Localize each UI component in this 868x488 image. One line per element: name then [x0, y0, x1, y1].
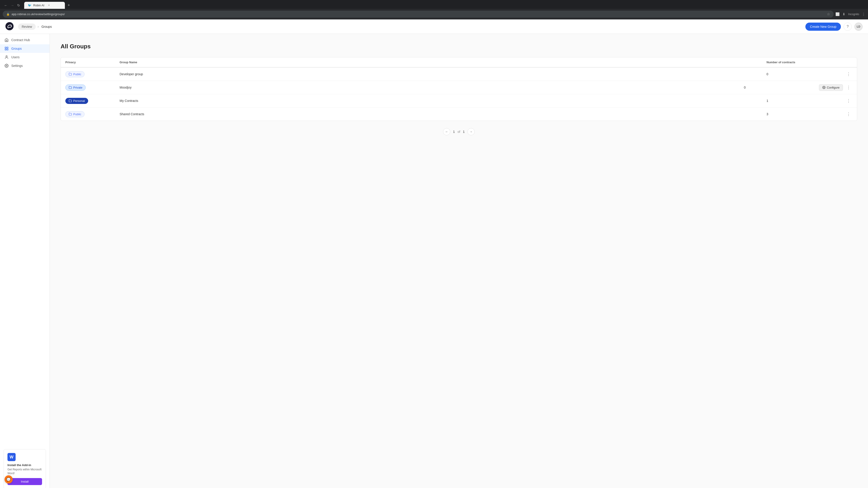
nav-controls: ← → ↻ — [3, 2, 22, 8]
sidebar-item-settings-label: Settings — [11, 64, 23, 68]
sidebar-item-contract-hub[interactable]: Contract Hub — [0, 36, 50, 44]
contract-count-1: 0 — [767, 72, 825, 76]
logo — [5, 22, 13, 31]
col-actions — [825, 61, 852, 64]
main-content: All Groups Privacy Group Name Number of … — [50, 34, 868, 488]
group-name-4: Shared Contracts — [120, 112, 767, 116]
privacy-badge-public-1: Public — [65, 71, 85, 77]
sidebar-item-groups-label: Groups — [11, 47, 22, 51]
back-button[interactable]: ← — [3, 2, 9, 8]
active-tab[interactable]: 🐦 Robin AI ✕ — [24, 2, 65, 9]
badge-label-4: Public — [73, 112, 81, 116]
table-header: Privacy Group Name Number of contracts — [61, 57, 857, 68]
total-pages: 1 — [463, 130, 465, 133]
sidebar-item-contract-hub-label: Contract Hub — [11, 38, 30, 42]
folder-icon-shared — [69, 112, 72, 116]
group-name-3: My Contracts — [120, 99, 767, 103]
addon-word-icon: W — [7, 453, 16, 461]
badge-label-3: Personal — [73, 99, 85, 103]
app-header: Review › Groups Create New Group ? LD — [0, 20, 868, 34]
notification-icon: 💬 — [6, 477, 11, 482]
page-title: All Groups — [61, 43, 857, 50]
page-separator: of — [458, 130, 460, 133]
col-group-name: Group Name — [120, 61, 767, 64]
current-page: 1 — [453, 130, 455, 133]
download-icon[interactable]: ⬇ — [842, 12, 845, 16]
tab-close-icon[interactable]: ✕ — [48, 4, 50, 7]
svg-point-7 — [6, 65, 7, 66]
sidebar-item-groups[interactable]: Groups — [0, 44, 50, 53]
sidebar-item-users-label: Users — [11, 55, 20, 59]
forward-button[interactable]: → — [9, 2, 16, 8]
table-row-personal: Personal My Contracts 1 ⋮ — [61, 94, 857, 107]
svg-rect-3 — [7, 47, 8, 48]
row-actions-4: ⋮ — [825, 111, 852, 118]
sidebar: Contract Hub Groups Users — [0, 34, 50, 488]
nav-review-btn[interactable]: Review — [18, 24, 36, 30]
reload-button[interactable]: ↻ — [16, 2, 22, 8]
tab-title: Robin AI — [33, 4, 44, 7]
more-options-btn-4[interactable]: ⋮ — [845, 111, 852, 118]
more-options-btn-2[interactable]: ⋮ — [845, 84, 852, 91]
group-name-2: Moodjoy — [120, 86, 744, 89]
address-bar[interactable]: 🔒 app.robinai.co.uk/review/settings/grou… — [3, 11, 834, 18]
configure-button[interactable]: Configure — [819, 84, 843, 91]
help-button[interactable]: ? — [844, 23, 852, 31]
notification-bubble[interactable]: 💬 — [4, 475, 13, 484]
groups-icon — [4, 46, 8, 51]
group-name-1: Developer group — [120, 72, 767, 76]
svg-point-6 — [6, 56, 7, 57]
svg-rect-5 — [7, 49, 8, 50]
home-icon — [4, 38, 8, 42]
svg-point-0 — [5, 22, 13, 30]
folder-icon-private — [69, 86, 72, 89]
row-actions-2: Configure ⋮ — [803, 84, 852, 91]
table-row: Public Developer group 0 ⋮ — [61, 68, 857, 81]
svg-point-8 — [824, 87, 825, 88]
sidebar-nav: Contract Hub Groups Users — [0, 34, 50, 446]
create-new-group-button[interactable]: Create New Group — [805, 23, 841, 31]
avatar[interactable]: LD — [855, 23, 863, 31]
lock-icon: 🔒 — [6, 13, 10, 16]
privacy-badge-personal: Personal — [65, 98, 88, 104]
addon-title: Install the Add-in — [7, 463, 42, 467]
app-layout: Contract Hub Groups Users — [0, 34, 868, 488]
more-options-btn-1[interactable]: ⋮ — [845, 71, 852, 77]
header-nav: Review › Groups — [18, 24, 805, 30]
table-row-moodjoy: Private Moodjoy 0 Configure ⋮ — [61, 81, 857, 94]
incognito-label: Incognito — [848, 13, 859, 16]
extensions-icon[interactable]: ⬜ — [835, 12, 840, 16]
prev-page-button[interactable]: ← — [443, 128, 450, 135]
badge-label-2: Private — [73, 86, 82, 89]
folder-icon — [69, 72, 72, 76]
svg-rect-4 — [5, 49, 6, 50]
breadcrumb-separator: › — [37, 25, 39, 29]
settings-icon — [4, 64, 8, 68]
address-bar-row: 🔒 app.robinai.co.uk/review/settings/grou… — [0, 9, 868, 20]
nav-groups-label[interactable]: Groups — [40, 24, 53, 30]
addon-description: Get Reports within Microsoft Word! — [7, 468, 42, 475]
contract-count-3: 1 — [767, 99, 825, 103]
badge-label-1: Public — [73, 72, 81, 76]
col-contracts: Number of contracts — [767, 61, 825, 64]
browser-extra-icons: ⬜ ⬇ Incognito ⋮ — [835, 12, 865, 16]
contract-count-2: 0 — [744, 86, 803, 89]
next-icon: → — [469, 130, 473, 133]
sidebar-item-users[interactable]: Users — [0, 53, 50, 61]
pagination: ← 1 of 1 → — [61, 128, 857, 135]
new-tab-button[interactable]: + — [66, 2, 72, 8]
sidebar-item-settings[interactable]: Settings — [0, 61, 50, 70]
address-text: app.robinai.co.uk/review/settings/groups… — [11, 12, 825, 16]
menu-icon[interactable]: ⋮ — [862, 12, 865, 16]
row-actions-1: ⋮ — [825, 71, 852, 77]
groups-table: Privacy Group Name Number of contracts P… — [61, 57, 857, 121]
privacy-badge-public-2: Public — [65, 111, 85, 117]
svg-rect-2 — [5, 47, 6, 48]
star-icon[interactable]: ☆ — [827, 12, 830, 16]
more-options-btn-3[interactable]: ⋮ — [845, 97, 852, 104]
help-icon: ? — [847, 25, 849, 29]
privacy-badge-private: Private — [65, 85, 86, 91]
next-page-button[interactable]: → — [467, 128, 475, 135]
browser-chrome: ← → ↻ 🐦 Robin AI ✕ + 🔒 app.robinai.co.uk… — [0, 0, 868, 20]
col-privacy: Privacy — [65, 61, 120, 64]
